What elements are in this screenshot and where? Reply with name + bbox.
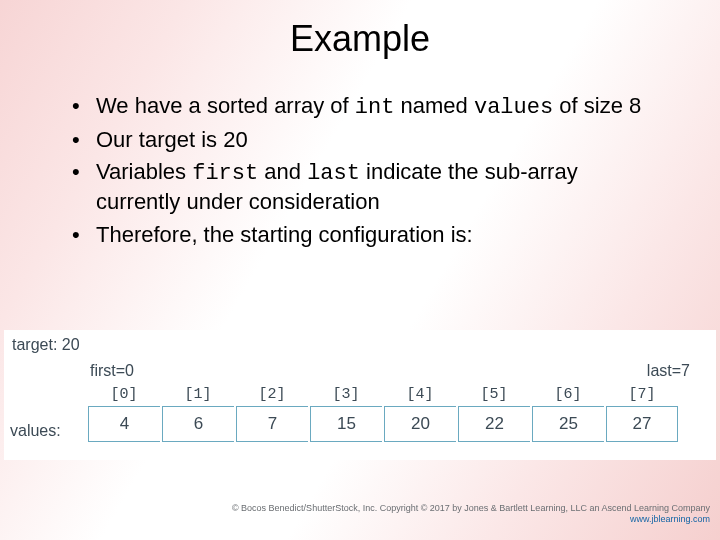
target-label: target: 20	[12, 336, 80, 354]
array-cell: 27	[606, 406, 678, 442]
array-cell: 22	[458, 406, 530, 442]
array-cell: 7	[236, 406, 308, 442]
bullet-1-pre: We have a sorted array of	[96, 93, 355, 118]
bullet-1: We have a sorted array of int named valu…	[68, 92, 658, 122]
index-label: [3]	[310, 384, 382, 406]
bullet-2: Our target is 20	[68, 126, 658, 154]
array-col-3: [3] 15	[310, 384, 382, 442]
code-first: first	[192, 161, 258, 186]
bullet-4: Therefore, the starting configuration is…	[68, 221, 658, 249]
copyright-link: www.jblearning.com	[232, 514, 710, 526]
code-int: int	[355, 95, 395, 120]
array-col-0: [0] 4	[88, 384, 160, 442]
copyright: © Bocos Benedict/ShutterStock, Inc. Copy…	[232, 503, 710, 526]
last-label: last=7	[647, 362, 690, 380]
index-label: [2]	[236, 384, 308, 406]
page-title: Example	[0, 18, 720, 60]
index-label: [7]	[606, 384, 678, 406]
bullet-3: Variables first and last indicate the su…	[68, 158, 658, 216]
values-label: values:	[10, 422, 61, 440]
array-cell: 25	[532, 406, 604, 442]
array-cells-row: [0] 4 [1] 6 [2] 7 [3] 15 [4] 20 [5] 22 […	[88, 384, 698, 442]
array-col-2: [2] 7	[236, 384, 308, 442]
code-last: last	[307, 161, 360, 186]
index-label: [0]	[88, 384, 160, 406]
first-label: first=0	[90, 362, 134, 380]
array-cell: 20	[384, 406, 456, 442]
array-cell: 4	[88, 406, 160, 442]
bullet-1-mid: named	[394, 93, 474, 118]
index-label: [4]	[384, 384, 456, 406]
array-col-7: [7] 27	[606, 384, 678, 442]
bullet-3-pre: Variables	[96, 159, 192, 184]
array-col-1: [1] 6	[162, 384, 234, 442]
index-label: [5]	[458, 384, 530, 406]
array-col-4: [4] 20	[384, 384, 456, 442]
array-cell: 15	[310, 406, 382, 442]
array-diagram: target: 20 first=0 last=7 values: [0] 4 …	[4, 330, 716, 460]
bullet-3-mid: and	[258, 159, 307, 184]
index-label: [1]	[162, 384, 234, 406]
code-values: values	[474, 95, 553, 120]
bullet-1-post: of size 8	[553, 93, 641, 118]
slide: Example We have a sorted array of int na…	[0, 0, 720, 540]
array-col-5: [5] 22	[458, 384, 530, 442]
bullet-list: We have a sorted array of int named valu…	[68, 92, 658, 253]
array-col-6: [6] 25	[532, 384, 604, 442]
copyright-line1: © Bocos Benedict/ShutterStock, Inc. Copy…	[232, 503, 710, 515]
index-label: [6]	[532, 384, 604, 406]
array-cell: 6	[162, 406, 234, 442]
